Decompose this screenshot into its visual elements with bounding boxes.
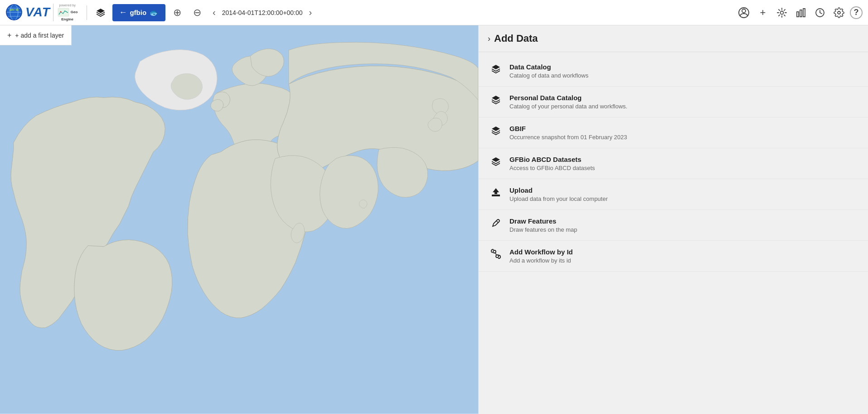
geo-engine-badge: powered by Geo Engine [53,4,78,22]
gfbio-abcd-text: GFBio ABCD Datasets Access to GFBio ABCD… [509,156,595,171]
svg-rect-16 [800,10,802,17]
panel-header: › Add Data [479,25,868,52]
toolbar: VAT powered by Geo Engine [0,0,868,25]
svg-line-39 [495,253,496,255]
svg-marker-27 [492,127,500,131]
world-map [0,25,478,414]
gfbio-abcd-row-wrapper: GFBio ABCD Datasets Access to GFBio ABCD… [479,148,868,179]
bar-chart-icon [795,7,806,18]
plus-icon: + [7,31,11,39]
add-first-layer-button[interactable]: + + add a first layer [0,25,72,45]
add-button[interactable]: + [755,5,771,21]
personal-data-catalog-item[interactable]: Personal Data Catalog Catalog of your pe… [479,87,868,117]
bar-chart-button[interactable] [793,5,809,21]
svg-marker-24 [492,96,500,100]
gbif-desc: Occurrence snapshot from 01 February 202… [509,134,627,141]
upload-text: Upload Upload data from your local compu… [509,186,608,202]
upload-icon [490,187,502,197]
data-catalog-title: Data Catalog [509,63,588,71]
time-display: 2014-04-01T12:00:00+00:00 [219,9,305,16]
svg-point-19 [838,11,840,14]
add-workflow-title: Add Workflow by Id [509,248,573,256]
map-area: + + add a first layer [0,25,478,414]
toolbar-divider-1 [87,5,87,20]
settings-button[interactable] [831,5,847,21]
zoom-in-button[interactable]: ⊕ [169,5,185,21]
personal-catalog-title: Personal Data Catalog [509,94,627,102]
time-next-button[interactable]: › [307,5,314,19]
gbif-icon [490,126,502,136]
zoom-out-button[interactable]: ⊖ [189,5,205,21]
settings-icon [834,7,844,18]
svg-rect-17 [803,9,805,17]
back-arrow-icon: ← [119,8,127,17]
upload-title: Upload [509,186,608,194]
svg-point-8 [60,11,61,12]
zoom-out-icon: ⊖ [193,7,201,19]
logo-vat-text: VAT [25,5,50,19]
gbif-title: GBIF [509,125,627,132]
svg-rect-15 [797,12,799,17]
gfbio-abcd-icon [490,156,502,166]
svg-point-14 [781,11,784,14]
logo-area: VAT powered by Geo Engine [5,4,78,22]
data-catalog-item[interactable]: Data Catalog Catalog of data and workflo… [479,56,868,87]
help-button[interactable]: ? [850,6,863,19]
svg-marker-30 [492,157,500,162]
geo-engine-logo [57,7,70,17]
fish-icon: 🐟 [149,8,159,18]
draw-features-icon [490,218,502,228]
svg-line-36 [496,221,498,223]
analytics-settings-button[interactable] [774,5,790,21]
user-account-button[interactable] [736,5,752,21]
main-area: + + add a first layer [0,25,868,414]
draw-features-item[interactable]: Draw Features Draw features on the map [479,210,868,241]
data-catalog-desc: Catalog of data and workflows [509,72,588,79]
gfbio-btn-label: gfbio [130,9,146,16]
draw-features-title: Draw Features [509,217,577,225]
gbif-text: GBIF Occurrence snapshot from 01 Februar… [509,125,627,141]
help-icon: ? [854,8,859,17]
svg-rect-34 [492,195,500,196]
svg-marker-35 [493,188,499,194]
add-workflow-desc: Add a workflow by its id [509,257,573,264]
menu-list: Data Catalog Catalog of data and workflo… [479,52,868,414]
draw-features-desc: Draw features on the map [509,226,577,233]
gear-analytics-icon [776,7,787,18]
draw-features-text: Draw Features Draw features on the map [509,217,577,233]
globe-icon [5,4,23,21]
data-catalog-text: Data Catalog Catalog of data and workflo… [509,63,588,79]
add-layer-label: + add a first layer [15,32,64,39]
time-prev-button[interactable]: ‹ [211,5,218,19]
data-catalog-icon [490,64,502,74]
time-navigation: ‹ 2014-04-01T12:00:00+00:00 › [211,5,314,19]
upload-item[interactable]: Upload Upload data from your local compu… [479,179,868,210]
plus-icon: + [760,7,766,19]
add-workflow-item[interactable]: Add Workflow by Id Add a workflow by its… [479,241,868,272]
right-panel: › Add Data Data Catalog Catalog of data … [478,25,868,414]
gfbio-abcd-item[interactable]: GFBio ABCD Datasets Access to GFBio ABCD… [479,148,868,179]
gfbio-abcd-title: GFBio ABCD Datasets [509,156,595,163]
gbif-item[interactable]: GBIF Occurrence snapshot from 01 Februar… [479,117,868,148]
personal-catalog-text: Personal Data Catalog Catalog of your pe… [509,94,627,110]
add-workflow-icon [490,249,502,259]
svg-marker-21 [492,65,500,69]
panel-collapse-button[interactable]: › [488,34,490,44]
add-workflow-text: Add Workflow by Id Add a workflow by its… [509,248,573,264]
gfbio-button[interactable]: ← gfbio 🐟 [112,4,165,21]
user-icon [738,7,749,18]
clock-icon [815,7,825,18]
layers-toolbar-button[interactable] [92,5,109,21]
history-button[interactable] [812,5,828,21]
zoom-in-icon: ⊕ [173,7,181,19]
right-icon-group: + ? [736,5,863,21]
layers-icon [96,8,106,18]
svg-point-12 [742,9,746,13]
upload-desc: Upload data from your local computer [509,195,608,202]
gfbio-abcd-desc: Access to GFBio ABCD datasets [509,165,595,171]
personal-catalog-desc: Catalog of your personal data and workfl… [509,103,627,110]
panel-title: Add Data [494,33,538,44]
personal-catalog-icon [490,95,502,105]
